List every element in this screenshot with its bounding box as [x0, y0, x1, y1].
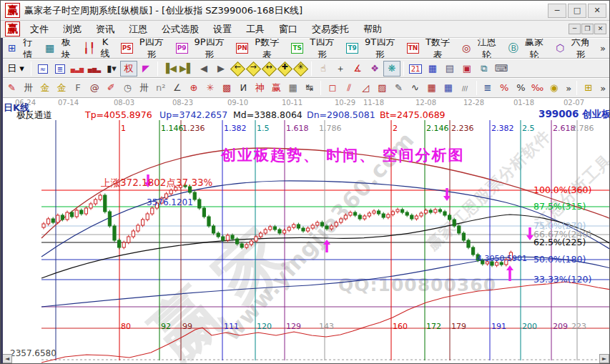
tool-bars-3-tool-button[interactable]: ▅▃▆	[69, 61, 86, 77]
tool-grid-number-tool-button[interactable]: ▦	[285, 80, 301, 96]
tool-fan-corner-tool-button[interactable]: ◿	[358, 80, 374, 96]
first-page-icon: ▐◀	[162, 63, 177, 74]
tool-sectors-button[interactable]: ▦板块	[41, 38, 79, 59]
menu-item-news[interactable]: 资讯	[89, 21, 122, 37]
candle-down	[443, 212, 446, 215]
tool-t-number-table-button[interactable]: TNT数字表	[403, 38, 458, 59]
tool-p-square-button[interactable]: PSP四方形	[117, 38, 172, 59]
tool-shift-left-button[interactable]: ←	[230, 61, 245, 77]
tool-winner-wheel-button[interactable]: Ⓑ赢家轮	[504, 38, 551, 59]
tool-calculator-tool-button[interactable]: ▦	[424, 61, 441, 77]
tool-percent-tool-button[interactable]: %	[513, 80, 529, 96]
tool-single-candle-tool-button[interactable]: ▮▾	[103, 61, 120, 77]
tool-p-number-table-button[interactable]: PNP数字表	[232, 38, 287, 59]
tool-comb-tool-button[interactable]: 卅	[136, 80, 152, 96]
tool-color-chart-tool-button[interactable]: ◤	[137, 61, 154, 77]
tool-compress-button[interactable]: ✚	[277, 61, 292, 77]
close-button[interactable]: ✕	[588, 4, 606, 18]
menu-item-tools[interactable]: 工具	[239, 21, 272, 37]
tool-9p-square-button[interactable]: P99P四方形	[172, 38, 232, 59]
tool-bars-9-tool-button[interactable]: ▅▆▃	[86, 61, 103, 77]
tool-hand-tool-button[interactable]: ☝	[315, 61, 332, 77]
tool-more-tools-2-button[interactable]: »	[598, 83, 608, 94]
tool-print-tool-button[interactable]: ⌨	[493, 61, 510, 77]
menu-item-trade[interactable]: 交易委托	[305, 21, 356, 37]
tool-red-grid-tool-button[interactable]: ▦	[423, 80, 440, 96]
menu-item-browse[interactable]: 浏览	[56, 21, 89, 37]
tool-memo-tool-button[interactable]: ▤	[441, 61, 458, 77]
tool-speed-line-tool-button[interactable]: И	[235, 80, 252, 96]
tool-cycle-net-tool-button[interactable]: ❋	[383, 61, 400, 77]
tool-prev-page-button[interactable]: ◀	[195, 61, 212, 77]
tool-calendar-tool-button[interactable]: 21	[407, 61, 424, 77]
tool-pencil-angle-tool-button[interactable]: ✎	[390, 80, 407, 96]
tool-spiral-tool-button[interactable]: @	[87, 80, 103, 96]
tool-angle-arc-tool-button[interactable]: ∠	[169, 80, 185, 96]
tool-golden-comb2-tool-button[interactable]: 金	[53, 80, 69, 96]
tool-hexagon-button[interactable]: ⬡六角形	[551, 38, 598, 59]
tool-spiderweb-tool-button[interactable]: ✳	[202, 80, 219, 96]
tool-fan-box-tool-button[interactable]: ▨	[374, 80, 390, 96]
tool-angle-measure-tool-button[interactable]: ∡	[349, 61, 366, 77]
tool-gann-wheel-button[interactable]: ◎江恩轮	[458, 38, 504, 59]
menu-item-settings[interactable]: 设置	[206, 21, 239, 37]
child-close-button[interactable]: ✕	[594, 24, 606, 34]
tool-percent-lines-tool-button[interactable]: ‰	[529, 80, 546, 96]
tool-ying-tool-button[interactable]: 赢	[268, 80, 285, 96]
maximize-button[interactable]: □	[568, 4, 586, 18]
minimize-button[interactable]: ─	[548, 4, 566, 18]
tool-next-page-button[interactable]: ▶	[212, 61, 230, 77]
tool-first-page-button[interactable]: ▐◀	[161, 61, 178, 77]
tool-kx-restore-tool-button[interactable]: 权	[120, 61, 137, 77]
tool-expand-all-button[interactable]: ✳	[292, 61, 308, 77]
tool-expand-horizontal-button[interactable]: ↔	[261, 61, 277, 77]
tool-kline-button[interactable]: ╽╿K线	[79, 38, 117, 59]
tool-gann-comb-tool-button[interactable]: 卅	[20, 80, 36, 96]
spiral-tool-icon: @	[90, 82, 99, 93]
tool-last-page-button[interactable]: ▶▌	[178, 61, 195, 77]
tool-golden-circle-tool-button[interactable]: ◉	[546, 80, 562, 96]
menu-item-formula-picker[interactable]: 公式选股	[154, 21, 206, 37]
tool-period-selector-button[interactable]: 日 ▾	[4, 61, 28, 77]
tool-square-draw-tool-button[interactable]: ◻	[324, 80, 340, 96]
tool-crosshair-tool-button[interactable]: ＋	[332, 61, 349, 77]
tool-measure-tool-button[interactable]: ↹	[301, 80, 318, 96]
tool-t-square-button[interactable]: TST四方形	[287, 38, 342, 59]
tool-9t-square-button[interactable]: T99T四方形	[342, 38, 403, 59]
tool-list-tool-button[interactable]: ≣	[51, 61, 69, 77]
tool-shen-tool-button[interactable]: 神	[252, 80, 268, 96]
tool-shift-right-button[interactable]: →	[245, 61, 261, 77]
menu-item-gann[interactable]: 江恩	[122, 21, 154, 37]
channel-bt-curve	[41, 282, 610, 363]
tool-quotes-button[interactable]: ⊞行情	[4, 38, 41, 59]
child-minimize-button[interactable]: ─	[569, 24, 581, 34]
tool-gann-fan-tool-button[interactable]: ⫽	[341, 80, 358, 96]
scroll-left-button[interactable]: ◄	[2, 354, 12, 363]
tool-more-tools-1-button[interactable]: »	[564, 83, 574, 94]
child-restore-button[interactable]: ❐	[581, 24, 594, 34]
tool-pen-ruler-tool-button[interactable]: ✐	[103, 80, 119, 96]
tool-red-pen-tool-button[interactable]: ✎	[4, 80, 20, 96]
scroll-right-button[interactable]: ►	[599, 354, 609, 363]
toolbar1-more-button[interactable]: »	[598, 43, 608, 54]
tool-target-tool-button[interactable]: ⊕	[185, 80, 202, 96]
menu-item-file[interactable]: 文件	[23, 21, 56, 37]
tool-f-ruler-tool-button[interactable]: F	[70, 80, 87, 96]
tool-export-tool-button[interactable]: ⧉	[476, 61, 493, 77]
tool-n-square-tool-button[interactable]: n²	[152, 80, 169, 96]
tool-web-box-tool-button[interactable]: ▩	[219, 80, 235, 96]
tool-golden-comb-tool-button[interactable]: 金	[36, 80, 53, 96]
tool-scale-tool-button[interactable]: ≣	[480, 80, 496, 96]
tool-parallel-lines-tool-button[interactable]: ///	[456, 80, 473, 96]
tool-zigzag-tool-button[interactable]: ∿	[407, 80, 423, 96]
candle-up	[496, 262, 498, 265]
menu-item-help[interactable]: 帮助	[356, 21, 389, 37]
tool-yellow-grid-tool-button[interactable]: ⊞	[580, 80, 596, 96]
tool-clock-circle-tool-button[interactable]: ◷	[119, 80, 136, 96]
tool-percent-change-tool-button[interactable]: %	[496, 80, 513, 96]
tool-purple-net-tool-button[interactable]: ❖	[366, 61, 383, 77]
tool-save-tool-button[interactable]: ▣	[458, 61, 476, 77]
tool-wave-tool-button[interactable]: ≈	[34, 61, 51, 77]
menu-item-window[interactable]: 窗口	[272, 21, 305, 37]
tool-blue-grid-tool-button[interactable]: ▦	[440, 80, 456, 96]
